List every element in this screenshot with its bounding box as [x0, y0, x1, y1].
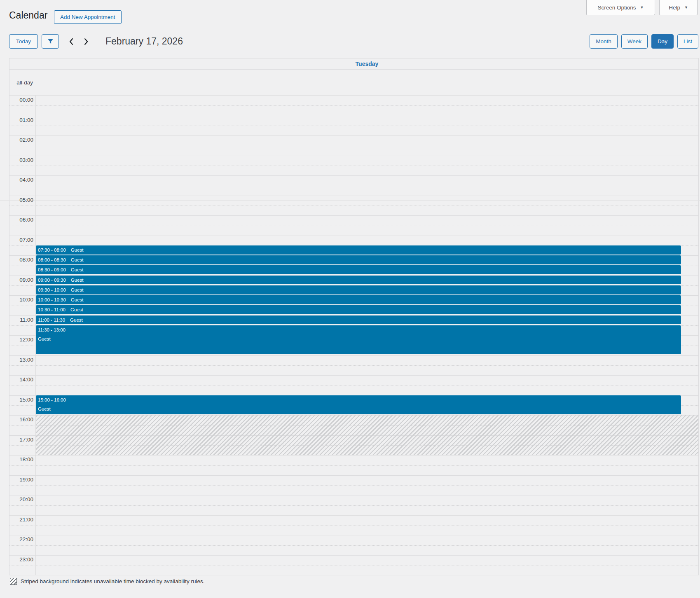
legend-text: Striped background indicates unavailable…	[21, 578, 205, 584]
help-tab[interactable]: Help ▼	[659, 0, 698, 15]
all-day-label: all-day	[9, 70, 35, 95]
calendar-event[interactable]: 10:30 - 11:00Guest	[36, 305, 681, 314]
event-title: Guest	[71, 278, 84, 283]
time-grid-body: 00:0001:0002:0003:0004:0005:0006:0007:00…	[9, 96, 698, 575]
time-axis-label: 21:00	[9, 516, 33, 523]
event-title: Guest	[71, 257, 84, 262]
event-time: 15:00 - 16:00	[38, 397, 679, 403]
event-time: 11:30 - 13:00	[38, 327, 679, 333]
calendar-grid: Tuesday all-day 00:0001:0002:0003:0004:0…	[9, 58, 699, 575]
chevron-left-icon	[69, 38, 73, 45]
time-axis-label: 11:00	[9, 317, 33, 323]
chevron-right-icon	[84, 38, 89, 45]
time-axis-label: 04:00	[9, 177, 33, 183]
event-title: Guest	[38, 406, 679, 412]
chevron-down-icon: ▼	[640, 5, 644, 9]
event-title: Guest	[38, 336, 679, 342]
calendar-event[interactable]: 11:30 - 13:00Guest	[36, 325, 681, 354]
next-day-button[interactable]	[81, 34, 91, 49]
event-time: 08:30 - 09:00	[38, 267, 66, 272]
time-axis-label: 17:00	[9, 437, 33, 443]
calendar-event[interactable]: 15:00 - 16:00Guest	[36, 395, 681, 414]
time-axis-label: 12:00	[9, 336, 33, 343]
event-title: Guest	[71, 287, 84, 292]
time-axis-label: 15:00	[9, 397, 33, 403]
previous-day-button[interactable]	[66, 34, 76, 49]
time-axis-label: 02:00	[9, 137, 33, 143]
filter-funnel-icon	[47, 38, 54, 44]
calendar-event[interactable]: 07:30 - 08:00Guest	[36, 245, 681, 255]
view-button-day[interactable]: Day	[651, 34, 674, 49]
event-time: 07:30 - 08:00	[38, 248, 66, 252]
time-axis-label: 09:00	[9, 277, 33, 283]
time-axis-label: 01:00	[9, 117, 33, 124]
time-axis-label: 08:00	[9, 257, 33, 263]
current-date-title: February 17, 2026	[105, 34, 183, 49]
event-title: Guest	[70, 307, 83, 312]
time-axis-label: 10:00	[9, 297, 33, 303]
view-button-list[interactable]: List	[677, 34, 698, 49]
time-axis-label: 16:00	[9, 416, 33, 423]
time-axis-label: 05:00	[9, 197, 33, 203]
calendar-admin-page: { "meta": { "screen_options_label": "Scr…	[0, 0, 700, 598]
event-title: Guest	[71, 297, 84, 302]
time-axis-label: 19:00	[9, 477, 33, 483]
add-new-appointment-button[interactable]: Add New Appointment	[54, 10, 122, 24]
event-time: 10:30 - 11:00	[38, 307, 66, 312]
calendar-event[interactable]: 09:00 - 09:30Guest	[36, 276, 681, 285]
chevron-down-icon: ▼	[684, 5, 688, 9]
event-time: 09:00 - 09:30	[38, 278, 66, 283]
legend: Striped background indicates unavailable…	[10, 578, 205, 585]
day-header-row: Tuesday	[9, 58, 698, 70]
view-switcher: MonthWeekDayList	[590, 34, 698, 49]
filter-button[interactable]	[42, 34, 59, 49]
calendar-event[interactable]: 08:30 - 09:00Guest	[36, 265, 681, 274]
calendar-event[interactable]: 11:00 - 11:30Guest	[36, 315, 681, 325]
time-axis-label: 00:00	[9, 97, 33, 103]
day-header-tuesday[interactable]: Tuesday	[35, 58, 698, 69]
screen-options-tab[interactable]: Screen Options ▼	[586, 0, 655, 15]
events-layer: 07:30 - 08:00Guest08:00 - 08:30Guest08:3…	[36, 96, 681, 575]
today-button[interactable]: Today	[9, 34, 38, 49]
page-title: Calendar	[9, 10, 47, 21]
event-time: 10:00 - 10:30	[38, 297, 66, 302]
time-axis-label: 23:00	[9, 556, 33, 563]
time-axis-label: 03:00	[9, 157, 33, 164]
calendar-event[interactable]: 10:00 - 10:30Guest	[36, 295, 681, 304]
calendar-event[interactable]: 08:00 - 08:30Guest	[36, 255, 681, 264]
view-button-month[interactable]: Month	[590, 34, 618, 49]
time-axis-label: 13:00	[9, 357, 33, 363]
time-axis-label: 06:00	[9, 217, 33, 223]
striped-swatch-icon	[10, 578, 17, 585]
event-time: 09:30 - 10:00	[38, 287, 66, 292]
time-axis-label: 18:00	[9, 456, 33, 463]
event-title: Guest	[71, 267, 84, 272]
calendar-event[interactable]: 09:30 - 10:00Guest	[36, 285, 681, 294]
help-label: Help	[669, 5, 680, 11]
time-axis-label: 07:00	[9, 237, 33, 243]
event-time: 11:00 - 11:30	[38, 318, 65, 322]
all-day-row[interactable]: all-day	[9, 70, 698, 96]
time-axis-label: 14:00	[9, 376, 33, 383]
time-axis-label: 20:00	[9, 496, 33, 503]
event-title: Guest	[71, 248, 84, 252]
view-button-week[interactable]: Week	[621, 34, 648, 49]
event-time: 08:00 - 08:30	[38, 257, 66, 262]
event-title: Guest	[70, 318, 83, 322]
time-axis-label: 22:00	[9, 536, 33, 543]
screen-options-label: Screen Options	[598, 5, 636, 11]
